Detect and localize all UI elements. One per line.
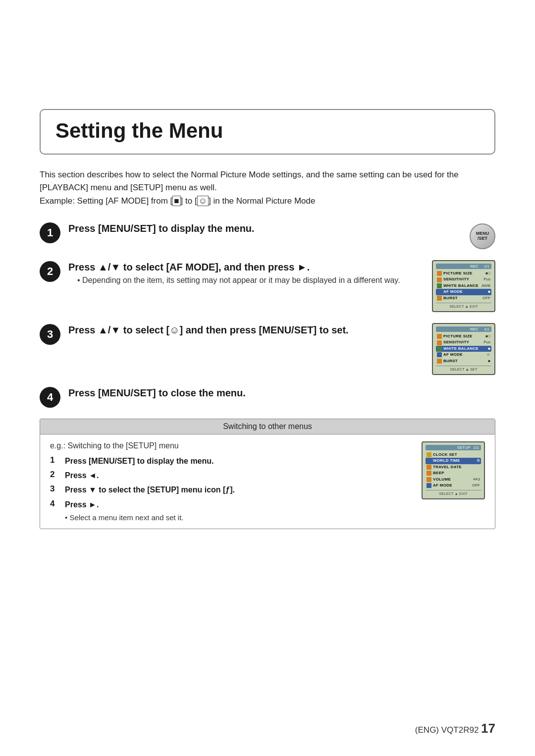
lcd-rec2-label-4: AF MODE [443,352,485,357]
step-4-number: 4 [40,387,60,408]
lcd-rec1-label-4: AF MODE [443,289,486,294]
lcd-rec1-val-2: Pus [483,277,490,282]
lcd-setup-row-6: AF MODE OFF [426,483,481,488]
lcd-icon-r2-1 [437,334,442,339]
step-2-number: 2 [40,261,60,282]
lcd-setup-top: SETUP 1/1 [426,445,481,450]
lcd-rec1-row-3: WHITE BALANCE AWB [436,283,491,289]
sw-num-2: 2 [50,470,59,480]
switching-box: Switching to other menus e.g.: Switching… [40,419,495,529]
lcd-icon-1 [437,271,442,276]
lcd-rec2-row-4: AF MODE ☺ [436,352,491,358]
switching-intro: e.g.: Switching to the [SETUP] menu [50,441,412,450]
lcd-setup-label-2: WORLD TIME [433,458,475,463]
sw-text-1: Press [MENU/SET] to display the menu. [65,455,214,467]
lcd-rec2-label-5: BURST [443,359,486,364]
lcd-rec2-val-5: ■ [488,359,490,364]
lcd-rec1-val-1: ■□ [485,271,490,276]
lcd-rec2-row-2: SENSITIVITY Pus [436,339,491,345]
lcd-rec1-label-2: SENSITIVITY [443,277,482,282]
sw-text-2: Press ◄. [65,470,99,481]
step-2-sub: Depending on the item, its setting may n… [68,276,424,285]
lcd-setup-label-5: VOLUME [433,477,472,482]
lcd-rec2-top: REC 1/1 [436,326,491,332]
lcd-icon-r2-3 [437,346,442,351]
lcd-rec2-val-2: Pus [483,340,490,345]
step-4-title: Press [MENU/SET] to close the menu. [68,386,495,400]
lcd-setup-val-6: OFF [472,483,480,488]
lcd-rec2-bottom: SELECT ▲ SET [436,366,491,372]
lcd-setup-icon-6 [427,483,431,488]
lcd-rec2-val-1: ■□ [485,334,490,339]
sw-num-4: 4 [50,499,59,509]
lcd-rec2-row-3: WHITE BALANCE ■ [436,346,491,352]
lcd-icon-3 [437,283,442,288]
lcd-setup-row-4: BEEP [426,470,481,476]
page-number: 17 [481,721,495,736]
step-1-left: 1 Press [MENU/SET] to display the menu. [40,221,462,243]
lcd-icon-r2-2 [437,340,442,345]
lcd-setup-label-6: AF MODE [433,483,471,488]
lcd-rec2-val-3: ■ [488,346,490,351]
sw-step-4: 4 Press ►. [50,499,412,510]
menu-set-icon: MENU/SET [470,223,495,249]
step-2-left: 2 Press ▲/▼ to select [AF MODE], and the… [40,260,424,285]
lcd-rec1-bottom: SELECT ▲ EXIT [436,303,491,309]
lcd-setup-icon-5 [427,477,431,482]
lcd-rec1-label-3: WHITE BALANCE [443,283,480,288]
lcd-setup-label-1: CLOCK SET [433,452,479,457]
lcd-rec1-top: REC 1/1 [436,264,491,269]
footer-label: (ENG) VQT2R92 [415,725,479,735]
step-3-left: 3 Press ▲/▼ to select [☺] and then press… [40,323,424,345]
lcd-rec2-label-1: PICTURE SIZE [443,334,484,339]
step-1-row: 1 Press [MENU/SET] to display the menu. … [40,221,495,249]
lcd-rec2-label-2: SENSITIVITY [443,340,482,345]
lcd-rec2-label-3: WHITE BALANCE [443,346,486,351]
lcd-setup-label-3: TRAVEL DATE [433,465,479,470]
lcd-rec-screen-2: REC 1/1 PICTURE SIZE ■□ SENSITIVITY Pus … [432,323,495,375]
sw-sub-note: Select a menu item next and set it. [50,513,412,522]
step-2-title: Press ▲/▼ to select [AF MODE], and then … [68,260,424,274]
step-4-content: Press [MENU/SET] to close the menu. [68,386,495,400]
lcd-setup-row-5: VOLUME ≡≡3 [426,477,481,483]
lcd-setup-bottom: SELECT ▲ EXIT [426,490,481,496]
sw-num-3: 3 [50,484,59,494]
lcd-rec1-row-5: BURST OFF [436,295,491,301]
sw-step-2: 2 Press ◄. [50,470,412,481]
switching-steps: e.g.: Switching to the [SETUP] menu 1 Pr… [50,441,412,522]
lcd-setup-icon-1 [427,452,431,457]
lcd-rec1-row-1: PICTURE SIZE ■□ [436,270,491,276]
page-footer: (ENG) VQT2R92 17 [415,721,495,736]
lcd-setup-row-2: WORLD TIME ⚙ [426,458,481,464]
step-1-title: Press [MENU/SET] to display the menu. [68,221,462,235]
switching-header: Switching to other menus [40,419,495,434]
lcd-setup-val-2: ⚙ [477,458,480,463]
sw-step-1: 1 Press [MENU/SET] to display the menu. [50,455,412,467]
lcd-rec2-row-1: PICTURE SIZE ■□ [436,333,491,339]
page-title: Setting the Menu [55,119,480,143]
lcd-icon-r2-4 [437,352,442,357]
lcd-setup-icon-3 [427,465,431,470]
lcd-setup-screen: SETUP 1/1 CLOCK SET WORLD TIME ⚙ TRAVEL … [422,441,485,499]
lcd-setup-icon-2 [427,459,431,464]
step-3-row: 3 Press ▲/▼ to select [☺] and then press… [40,323,495,375]
lcd-setup-row-3: TRAVEL DATE [426,464,481,470]
lcd-rec1-val-5: OFF [482,296,490,301]
lcd-icon-2 [437,277,442,282]
sw-text-3: Press ▼ to select the [SETUP] menu icon … [65,484,235,495]
lcd-rec2-row-5: BURST ■ [436,358,491,364]
switching-body: e.g.: Switching to the [SETUP] menu 1 Pr… [40,434,495,529]
step-4-row: 4 Press [MENU/SET] to close the menu. [40,386,495,408]
lcd-icon-4 [437,289,442,294]
lcd-icon-5 [437,296,442,301]
step-2-content: Press ▲/▼ to select [AF MODE], and then … [68,260,424,285]
step-2-row: 2 Press ▲/▼ to select [AF MODE], and the… [40,260,495,312]
step-3-title: Press ▲/▼ to select [☺] and then press [… [68,323,424,337]
lcd-rec1-row-4: AF MODE ■ [436,289,491,295]
step-1-number: 1 [40,222,60,243]
lcd-setup-val-5: ≡≡3 [473,477,480,482]
lcd-rec1-label-5: BURST [443,296,481,301]
step-1-content: Press [MENU/SET] to display the menu. [68,221,462,235]
sw-step-3: 3 Press ▼ to select the [SETUP] menu ico… [50,484,412,495]
lcd-setup-label-4: BEEP [433,471,479,476]
